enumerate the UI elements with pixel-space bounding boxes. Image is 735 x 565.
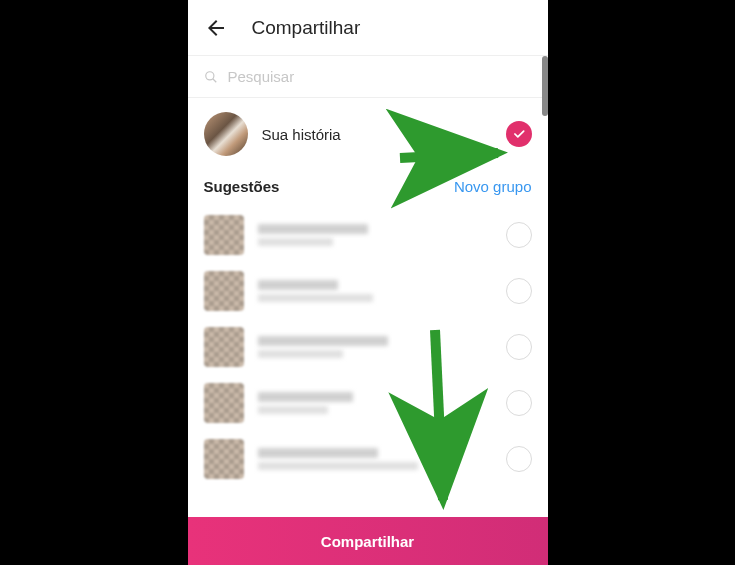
suggestion-checkbox[interactable]	[506, 446, 532, 472]
suggestion-checkbox[interactable]	[506, 334, 532, 360]
share-screen: Compartilhar Sua história Sugestões Novo…	[188, 0, 548, 565]
avatar	[204, 215, 244, 255]
suggestion-checkbox[interactable]	[506, 390, 532, 416]
avatar	[204, 383, 244, 423]
content-scroll[interactable]: Sua história Sugestões Novo grupo	[188, 98, 548, 517]
new-group-link[interactable]: Novo grupo	[454, 178, 532, 195]
suggestion-row[interactable]	[188, 319, 548, 375]
suggestion-name	[258, 224, 492, 246]
search-icon	[204, 70, 218, 84]
suggestion-checkbox[interactable]	[506, 278, 532, 304]
suggestions-list	[188, 207, 548, 487]
share-button[interactable]: Compartilhar	[188, 517, 548, 565]
scrollbar-thumb[interactable]	[542, 56, 548, 116]
search-row[interactable]	[188, 56, 548, 98]
suggestion-name	[258, 336, 492, 358]
suggestion-name	[258, 392, 492, 414]
suggestions-header: Sugestões Novo grupo	[188, 170, 548, 207]
suggestion-name	[258, 448, 492, 470]
avatar	[204, 327, 244, 367]
suggestion-row[interactable]	[188, 263, 548, 319]
suggestion-row[interactable]	[188, 207, 548, 263]
svg-point-0	[205, 71, 213, 79]
avatar	[204, 271, 244, 311]
header-bar: Compartilhar	[188, 0, 548, 56]
story-checkbox[interactable]	[506, 121, 532, 147]
page-title: Compartilhar	[252, 17, 361, 39]
checkmark-icon	[512, 127, 526, 141]
arrow-left-icon	[204, 16, 228, 40]
your-story-label: Sua história	[262, 126, 492, 143]
suggestions-title: Sugestões	[204, 178, 280, 195]
suggestion-name	[258, 280, 492, 302]
suggestion-checkbox[interactable]	[506, 222, 532, 248]
suggestion-row[interactable]	[188, 375, 548, 431]
svg-line-1	[212, 78, 216, 82]
avatar	[204, 439, 244, 479]
avatar	[204, 112, 248, 156]
your-story-row[interactable]: Sua história	[188, 98, 548, 170]
suggestion-row[interactable]	[188, 431, 548, 487]
back-button[interactable]	[204, 16, 228, 40]
search-input[interactable]	[228, 68, 532, 85]
